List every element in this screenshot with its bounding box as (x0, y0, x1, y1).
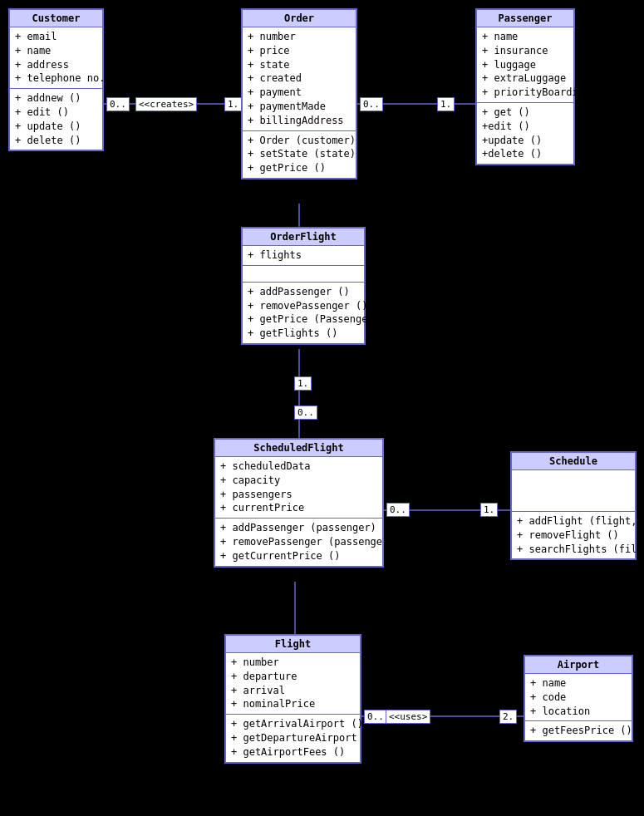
flight-methods: + getArrivalAirport () + getDepartureAir… (226, 715, 360, 761)
order-methods: + Order (customer) + setState (state) + … (243, 131, 356, 178)
customer-order-label-right: 1. (224, 97, 242, 111)
orderflight-methods: + addPassenger () + removePassenger () +… (243, 283, 364, 343)
airport-methods: + getFeesPrice () (525, 721, 632, 740)
scheduledflight-title: ScheduledFlight (215, 440, 382, 457)
airport-title: Airport (525, 656, 632, 674)
flight-airport-stereotype: <<uses> (386, 710, 430, 724)
customer-title: Customer (10, 10, 102, 27)
customer-order-stereotype: <<creates> (135, 97, 197, 111)
orderflight-empty (243, 266, 364, 283)
order-title: Order (243, 10, 356, 27)
scheduledflight-schedule-label-right: 1. (480, 503, 498, 517)
order-class: Order + number + price + state + created… (241, 8, 357, 179)
schedule-title: Schedule (512, 453, 635, 470)
flight-title: Flight (226, 636, 360, 653)
customer-attributes: + email + name + address + telephone no. (10, 27, 102, 89)
scheduledflight-methods: + addPassenger (passenger) + removePasse… (215, 519, 382, 565)
customer-class: Customer + email + name + address + tele… (8, 8, 104, 151)
orderflight-scheduledflight-label: 0.. (294, 406, 317, 420)
passenger-attributes: + name + insurance + luggage + extraLugg… (477, 27, 573, 103)
customer-order-label-left: 0.. (106, 97, 130, 111)
order-passenger-label-right: 1. (437, 97, 455, 111)
passenger-class: Passenger + name + insurance + luggage +… (475, 8, 575, 165)
passenger-title: Passenger (477, 10, 573, 27)
airport-attributes: + name + code + location (525, 674, 632, 721)
passenger-methods: + get () +edit () +update () +delete () (477, 103, 573, 164)
airport-class: Airport + name + code + location + getFe… (524, 655, 633, 742)
flight-attributes: + number + departure + arrival + nominal… (226, 653, 360, 715)
flight-class: Flight + number + departure + arrival + … (224, 634, 361, 764)
flight-airport-label-right: 2. (499, 710, 517, 724)
schedule-attributes (512, 470, 635, 512)
schedule-methods: + addFlight (flight,date) + removeFlight… (512, 512, 635, 558)
orderflight-attributes: + flights (243, 246, 364, 266)
flight-airport-label-left: 0.. (364, 710, 387, 724)
orderflight-title: OrderFlight (243, 229, 364, 246)
customer-methods: + addnew () + edit () + update () + dele… (10, 89, 102, 150)
order-passenger-label-left: 0.. (360, 97, 383, 111)
scheduledflight-class: ScheduledFlight + scheduledData + capaci… (214, 438, 384, 568)
schedule-class: Schedule + addFlight (flight,date) + rem… (510, 451, 637, 560)
order-orderflight-label: 1. (294, 376, 312, 391)
scheduledflight-attributes: + scheduledData + capacity + passengers … (215, 457, 382, 519)
orderflight-class: OrderFlight + flights + addPassenger () … (241, 227, 366, 345)
scheduledflight-schedule-label-left: 0.. (386, 503, 410, 517)
order-attributes: + number + price + state + created + pay… (243, 27, 356, 131)
